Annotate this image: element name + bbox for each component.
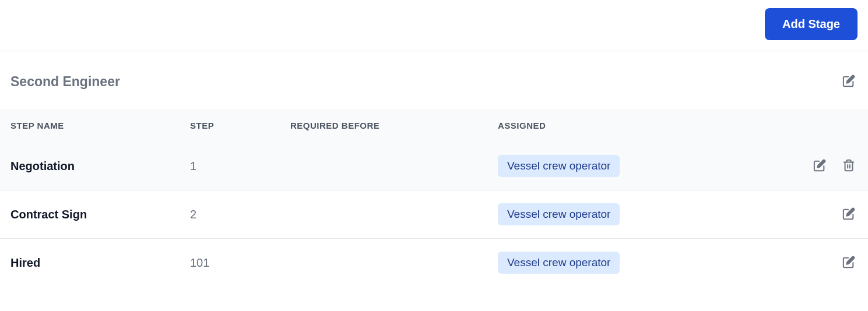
column-header-actions — [805, 121, 858, 130]
edit-row-button[interactable] — [811, 157, 828, 176]
column-header-required-before: REQUIRED BEFORE — [290, 121, 498, 130]
delete-row-button[interactable] — [840, 157, 858, 176]
column-header-step: STEP — [190, 121, 290, 130]
row-actions — [805, 253, 858, 273]
step-number-cell: 2 — [190, 208, 290, 221]
table-row: Hired 101 Vessel crew operator — [0, 239, 868, 287]
step-name-cell: Contract Sign — [10, 208, 190, 221]
edit-icon — [842, 207, 855, 222]
edit-icon — [813, 159, 826, 174]
assigned-pill: Vessel crew operator — [498, 203, 620, 225]
column-header-assigned: ASSIGNED — [498, 121, 805, 130]
row-actions — [805, 157, 858, 176]
section-header: Second Engineer — [0, 51, 868, 109]
column-header-step-name: STEP NAME — [10, 121, 190, 130]
section-title: Second Engineer — [10, 74, 120, 90]
assigned-cell: Vessel crew operator — [498, 155, 805, 177]
edit-row-button[interactable] — [840, 205, 858, 224]
table-row: Contract Sign 2 Vessel crew operator — [0, 190, 868, 239]
assigned-pill: Vessel crew operator — [498, 252, 620, 274]
edit-icon — [842, 256, 855, 270]
trash-icon — [842, 159, 855, 174]
assigned-cell: Vessel crew operator — [498, 203, 805, 225]
row-actions — [805, 205, 858, 224]
table-row: Negotiation 1 Vessel crew operator — [0, 142, 868, 190]
assigned-cell: Vessel crew operator — [498, 252, 805, 274]
step-number-cell: 101 — [190, 256, 290, 270]
header-section: Add Stage — [0, 0, 868, 51]
add-stage-button[interactable]: Add Stage — [765, 8, 858, 40]
step-name-cell: Negotiation — [10, 160, 190, 173]
step-number-cell: 1 — [190, 160, 290, 173]
edit-icon — [842, 75, 855, 89]
assigned-pill: Vessel crew operator — [498, 155, 620, 177]
edit-section-button[interactable] — [840, 72, 858, 91]
edit-row-button[interactable] — [840, 253, 858, 273]
step-name-cell: Hired — [10, 256, 190, 270]
table-header-row: STEP NAME STEP REQUIRED BEFORE ASSIGNED — [0, 109, 868, 142]
steps-table: STEP NAME STEP REQUIRED BEFORE ASSIGNED … — [0, 109, 868, 287]
